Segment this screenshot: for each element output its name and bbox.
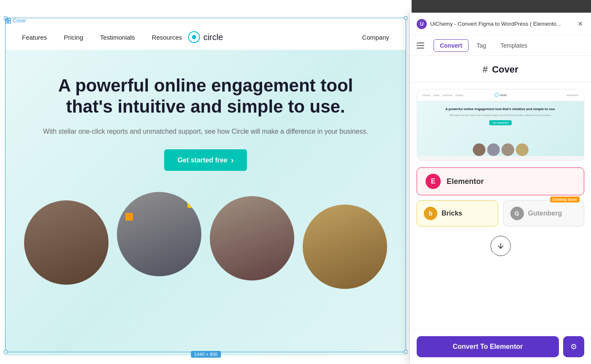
builder-options: E Elementor b Bricks Coming Soon G Guten…	[410, 167, 591, 226]
bricks-label: Bricks	[442, 210, 462, 217]
main-website-area: Cover 1440 × 800 Features Pricing Testim…	[0, 0, 412, 364]
size-label: 1440 × 800	[191, 351, 221, 358]
hero-images	[5, 192, 406, 289]
preview-content: A powerful online engagement tool that's…	[417, 101, 584, 156]
tab-tag[interactable]: Tag	[470, 39, 493, 52]
elementor-option[interactable]: E Elementor	[417, 167, 584, 195]
logo-icon	[188, 31, 200, 43]
nav-right[interactable]: Company	[362, 34, 389, 41]
coming-soon-badge: Coming Soon	[550, 197, 580, 202]
hero-title: A powerful online engagement tool that's…	[58, 75, 353, 118]
hash-icon: #	[483, 64, 488, 75]
nav-features[interactable]: Features	[22, 34, 47, 41]
circle-logo: circle	[188, 31, 223, 43]
tab-convert[interactable]: Convert	[434, 39, 469, 52]
hero-image-3	[210, 196, 294, 280]
nav-pricing[interactable]: Pricing	[64, 34, 83, 41]
panel-title: UiChemy - Convert Figma to WordPress ( E…	[430, 21, 572, 27]
hero-image-2	[117, 192, 201, 276]
svg-rect-3	[8, 21, 11, 23]
preview-cta: Get started free	[489, 120, 512, 125]
panel-tabs-bar: Convert Tag Templates	[410, 35, 591, 56]
hero-cta-button[interactable]: Get started free	[164, 149, 247, 171]
gutenberg-label: Gutenberg	[528, 210, 562, 217]
svg-rect-2	[5, 21, 8, 23]
svg-rect-1	[8, 18, 11, 20]
menu-icon[interactable]	[417, 40, 428, 51]
settings-icon: ⚙	[570, 342, 577, 351]
circle-navbar: Features Pricing Testimonials Resources …	[5, 24, 406, 50]
gutenberg-logo: G	[510, 207, 524, 220]
preview-subtext: With stellar one-click reports and unmat…	[450, 114, 551, 117]
tab-templates[interactable]: Templates	[494, 39, 534, 52]
cover-section-title: Cover	[492, 64, 518, 75]
download-area	[410, 232, 591, 264]
settings-button[interactable]: ⚙	[563, 336, 584, 357]
secondary-options: b Bricks Coming Soon G Gutenberg	[417, 200, 584, 226]
hero-image-4	[303, 205, 387, 289]
panel-header: U UiChemy - Convert Figma to WordPress (…	[410, 13, 591, 35]
close-button[interactable]: ✕	[576, 20, 584, 28]
preview-heading: A powerful online engagement tool that's…	[445, 107, 556, 111]
bricks-logo: b	[424, 207, 437, 220]
panel-preview: circle A powerful online engagement tool…	[417, 89, 584, 161]
cover-label: Cover	[5, 18, 26, 24]
elementor-label: Elementor	[447, 177, 484, 186]
convert-to-button[interactable]: Convert To Elementor	[417, 336, 559, 357]
nav-testimonials[interactable]: Testimonials	[100, 34, 135, 41]
svg-rect-0	[5, 18, 8, 20]
nav-links: Features Pricing Testimonials Resources	[22, 34, 182, 41]
bricks-option[interactable]: b Bricks	[417, 200, 498, 226]
convert-bar: Convert To Elementor ⚙	[410, 329, 591, 364]
panel-cover-header: # Cover	[410, 56, 591, 82]
right-panel: U UiChemy - Convert Figma to WordPress (…	[409, 13, 591, 364]
elementor-logo: E	[426, 174, 441, 189]
panel-favicon: U	[417, 19, 427, 29]
preview-mini-navbar: circle	[417, 89, 584, 101]
hero-subtitle: With stellar one-click reports and unmat…	[5, 126, 406, 137]
hero-content: A powerful online engagement tool that's…	[5, 50, 406, 171]
hero-section: A powerful online engagement tool that's…	[5, 50, 406, 356]
nav-resources[interactable]: Resources	[152, 34, 182, 41]
gutenberg-option[interactable]: Coming Soon G Gutenberg	[503, 200, 585, 226]
logo-text: circle	[203, 32, 223, 42]
panel-body: # Cover circle A powerfu	[410, 56, 591, 329]
download-button[interactable]	[491, 236, 511, 256]
hero-image-1	[24, 200, 108, 285]
